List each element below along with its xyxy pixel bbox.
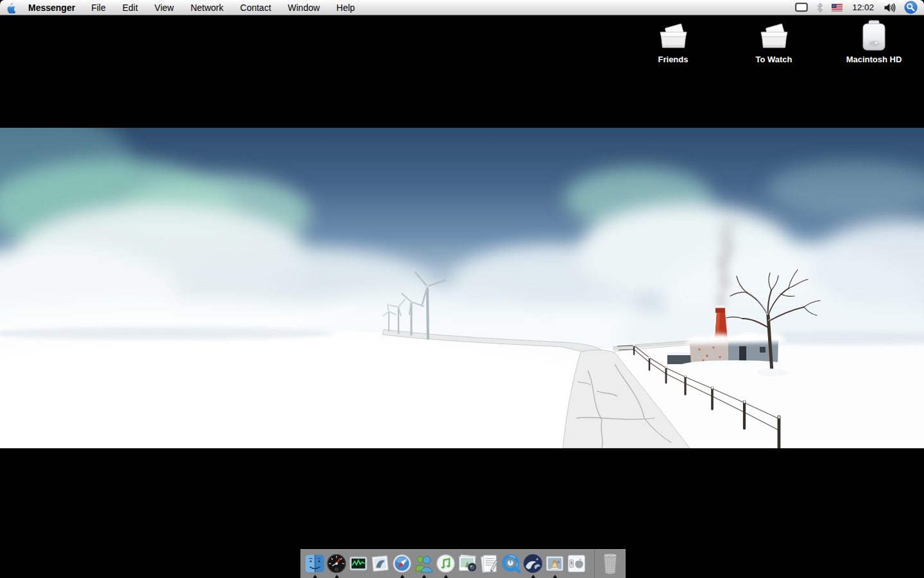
apple-menu[interactable] bbox=[0, 0, 22, 15]
iphoto-icon bbox=[457, 553, 478, 574]
menu-file[interactable]: File bbox=[83, 0, 114, 15]
vlc-icon bbox=[544, 553, 565, 574]
dock-iphoto[interactable] bbox=[457, 553, 478, 578]
menu-contact[interactable]: Contact bbox=[232, 0, 279, 15]
folder-icon bbox=[656, 23, 690, 53]
menu-edit[interactable]: Edit bbox=[114, 0, 146, 15]
dock-activity-monitor[interactable] bbox=[348, 553, 369, 578]
dock-mail[interactable] bbox=[370, 553, 391, 578]
dock-trash-section bbox=[594, 550, 626, 578]
running-indicator bbox=[531, 575, 536, 578]
bluetooth-icon[interactable] bbox=[816, 0, 823, 15]
dock-quicktime[interactable] bbox=[501, 553, 522, 578]
apple-icon bbox=[6, 2, 16, 13]
menu-bar: Messenger File Edit View Network Contact… bbox=[0, 0, 924, 15]
desktop-icon-label: Friends bbox=[658, 55, 689, 64]
dock-msn-messenger[interactable] bbox=[413, 553, 434, 578]
activity-monitor-icon bbox=[348, 553, 369, 574]
shiira-browser-icon bbox=[522, 553, 543, 574]
dock-dashboard[interactable] bbox=[326, 553, 347, 578]
quicktime-icon bbox=[501, 553, 522, 574]
desktop-icon-to-watch[interactable]: To Watch bbox=[734, 23, 814, 64]
running-indicator bbox=[334, 575, 339, 578]
running-indicator bbox=[443, 575, 449, 578]
desktop-icon-macintosh-hd[interactable]: Macintosh HD bbox=[834, 19, 914, 64]
dock-system-preferences[interactable] bbox=[566, 553, 587, 578]
running-indicator bbox=[312, 575, 318, 578]
textedit-icon bbox=[479, 553, 500, 574]
menu-clock[interactable]: 12:02 bbox=[851, 3, 875, 12]
dock-safari[interactable] bbox=[391, 553, 413, 578]
dock-finder[interactable] bbox=[304, 553, 325, 578]
menu-network[interactable]: Network bbox=[182, 0, 232, 15]
hard-drive-icon bbox=[859, 19, 889, 53]
menu-help[interactable]: Help bbox=[328, 0, 363, 15]
mail-icon bbox=[370, 553, 391, 574]
trash-icon[interactable] bbox=[601, 552, 620, 575]
display-icon[interactable] bbox=[795, 0, 808, 15]
running-indicator bbox=[422, 575, 427, 578]
us-flag-icon[interactable] bbox=[832, 0, 843, 15]
dock-textedit[interactable] bbox=[479, 553, 500, 578]
menu-view[interactable]: View bbox=[146, 0, 182, 15]
system-preferences-icon bbox=[566, 553, 587, 574]
desktop-icon-label: Macintosh HD bbox=[846, 55, 902, 64]
menu-window[interactable]: Window bbox=[280, 0, 329, 15]
desktop-icon-friends[interactable]: Friends bbox=[633, 23, 713, 64]
snow-field bbox=[0, 325, 924, 448]
volume-icon[interactable] bbox=[884, 0, 896, 15]
dock-itunes[interactable] bbox=[435, 553, 456, 578]
desktop-wallpaper bbox=[0, 128, 924, 448]
dashboard-icon bbox=[326, 553, 347, 574]
msn-messenger-icon bbox=[413, 553, 434, 574]
running-indicator bbox=[400, 575, 405, 578]
safari-icon bbox=[391, 553, 413, 574]
active-app-menu[interactable]: Messenger bbox=[22, 3, 83, 13]
dock-vlc[interactable] bbox=[544, 553, 565, 578]
dock bbox=[300, 549, 626, 578]
spotlight-icon[interactable] bbox=[904, 0, 918, 15]
finder-icon bbox=[304, 553, 325, 574]
running-indicator bbox=[552, 575, 558, 578]
dock-shiira-browser[interactable] bbox=[522, 553, 543, 578]
desktop: Messenger File Edit View Network Contact… bbox=[0, 0, 924, 578]
dock-items bbox=[301, 550, 587, 578]
desktop-icon-label: To Watch bbox=[755, 55, 792, 64]
folder-icon bbox=[757, 23, 791, 53]
itunes-icon bbox=[435, 553, 456, 574]
